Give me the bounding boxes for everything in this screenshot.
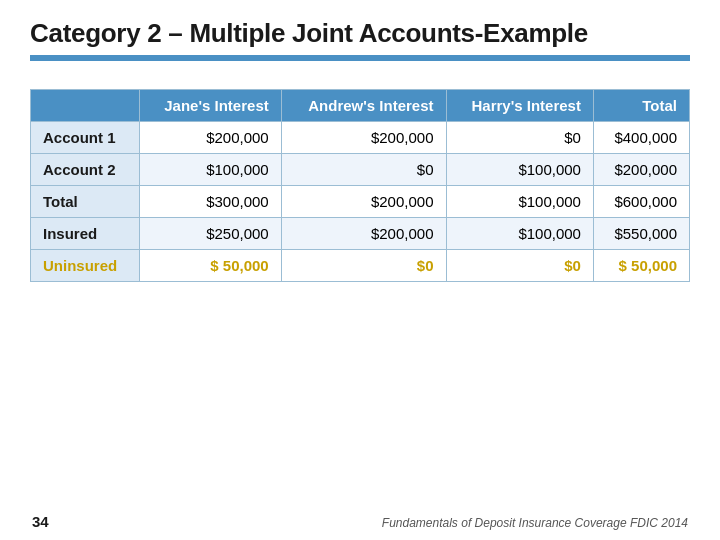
row-label: Total — [31, 186, 140, 218]
col-header-label — [31, 90, 140, 122]
table-row: Account 2 $100,000 $0 $100,000 $200,000 — [31, 154, 690, 186]
row-label: Account 2 — [31, 154, 140, 186]
row-label: Insured — [31, 218, 140, 250]
row-andrew: $200,000 — [281, 122, 446, 154]
row-harry: $100,000 — [446, 218, 593, 250]
row-andrew: $0 — [281, 154, 446, 186]
data-table: Jane's Interest Andrew's Interest Harry'… — [30, 89, 690, 282]
col-header-jane: Jane's Interest — [139, 90, 281, 122]
row-andrew: $0 — [281, 250, 446, 282]
page-number: 34 — [32, 513, 49, 530]
row-total: $600,000 — [593, 186, 689, 218]
row-label: Account 1 — [31, 122, 140, 154]
row-total: $200,000 — [593, 154, 689, 186]
row-label: Uninsured — [31, 250, 140, 282]
col-header-harry: Harry's Interest — [446, 90, 593, 122]
row-total: $400,000 — [593, 122, 689, 154]
row-jane: $ 50,000 — [139, 250, 281, 282]
title-area: Category 2 – Multiple Joint Accounts-Exa… — [30, 18, 690, 61]
row-harry: $100,000 — [446, 186, 593, 218]
table-row: Insured $250,000 $200,000 $100,000 $550,… — [31, 218, 690, 250]
row-jane: $100,000 — [139, 154, 281, 186]
row-andrew: $200,000 — [281, 186, 446, 218]
page-title: Category 2 – Multiple Joint Accounts-Exa… — [30, 18, 690, 49]
table-row: Account 1 $200,000 $200,000 $0 $400,000 — [31, 122, 690, 154]
row-jane: $300,000 — [139, 186, 281, 218]
footer: 34 Fundamentals of Deposit Insurance Cov… — [30, 513, 690, 530]
footer-credit: Fundamentals of Deposit Insurance Covera… — [382, 516, 688, 530]
blue-bar — [30, 55, 690, 61]
table-header-row: Jane's Interest Andrew's Interest Harry'… — [31, 90, 690, 122]
table-wrapper: Jane's Interest Andrew's Interest Harry'… — [30, 89, 690, 505]
row-jane: $200,000 — [139, 122, 281, 154]
row-jane: $250,000 — [139, 218, 281, 250]
row-harry: $0 — [446, 122, 593, 154]
row-andrew: $200,000 — [281, 218, 446, 250]
row-harry: $100,000 — [446, 154, 593, 186]
table-row: Total $300,000 $200,000 $100,000 $600,00… — [31, 186, 690, 218]
row-total: $ 50,000 — [593, 250, 689, 282]
col-header-andrew: Andrew's Interest — [281, 90, 446, 122]
row-total: $550,000 — [593, 218, 689, 250]
col-header-total: Total — [593, 90, 689, 122]
table-row: Uninsured $ 50,000 $0 $0 $ 50,000 — [31, 250, 690, 282]
row-harry: $0 — [446, 250, 593, 282]
page-container: Category 2 – Multiple Joint Accounts-Exa… — [0, 0, 720, 540]
